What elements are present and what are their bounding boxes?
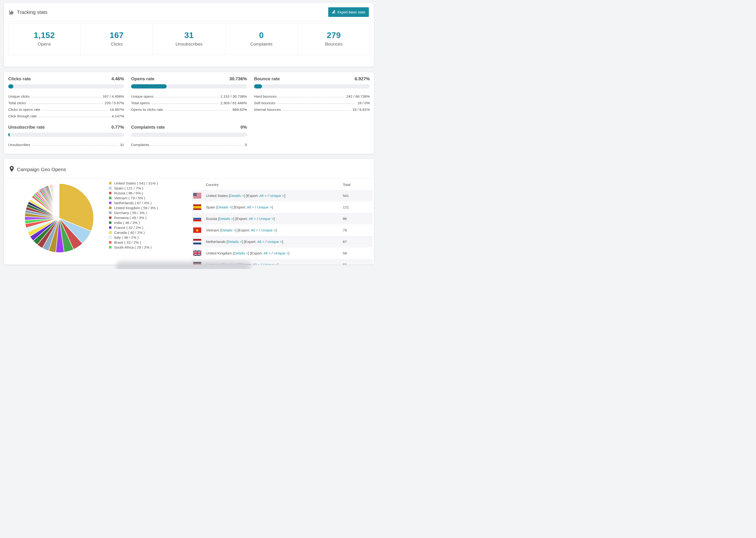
stat-box-unsubscribes: 31Unsubscribes	[153, 24, 225, 55]
rate-detail-value: 167 / 4.456%	[103, 94, 124, 99]
details-link[interactable]: Details >	[230, 194, 244, 198]
geo-country-cell: Vietnam [Details >] [Export: All > / Uni…	[206, 228, 343, 232]
export-all-link[interactable]: All >	[253, 263, 260, 265]
dotted-leader	[38, 117, 110, 117]
stat-label: Unsubscribes	[153, 41, 225, 47]
map-pin-icon	[10, 166, 14, 173]
legend-swatch	[109, 221, 112, 224]
legend-swatch	[109, 201, 112, 204]
geo-total-cell: 67	[343, 240, 373, 244]
rate-value: 4.46%	[111, 76, 124, 81]
legend-item-vietnam: Vietnam ( 79 / 5% )	[109, 195, 158, 200]
export-unique-link[interactable]: Unique >	[259, 217, 274, 221]
rate-detail-row: Unique opens1,152 / 30.736%	[131, 92, 247, 99]
rate-detail-row: Hard bounces242 / 86.738%	[254, 92, 370, 99]
export-unique-link[interactable]: Unique >	[274, 251, 288, 255]
details-link[interactable]: Details >	[221, 228, 236, 232]
legend-item-united-states: United States ( 541 / 31% )	[109, 181, 158, 186]
legend-swatch	[109, 206, 112, 209]
bracket-text: ] [Export:	[242, 240, 257, 243]
geo-header-country: Country	[206, 183, 343, 187]
rate-name: Complaints rate	[131, 125, 165, 130]
pie-slice-other-50[interactable]	[59, 184, 59, 218]
export-all-link[interactable]: All >	[251, 228, 258, 232]
bracket-text: ]	[288, 251, 289, 255]
page-title: Tracking stats	[17, 9, 47, 15]
rate-value: 0%	[241, 125, 247, 130]
legend-item-spain: Spain ( 121 / 7% )	[109, 186, 158, 190]
dotted-leader	[283, 110, 351, 111]
geo-opens-card: Campaign Geo Opens United States ( 541 /…	[4, 159, 374, 265]
rate-detail-label: Clicks to opens rate	[8, 108, 40, 112]
export-unique-link[interactable]: Unique >	[257, 205, 272, 209]
dotted-leader	[28, 103, 103, 104]
export-all-link[interactable]: All >	[247, 205, 254, 209]
details-link[interactable]: Details >	[234, 251, 248, 255]
geo-country-cell: Russia [Details >] [Export: All > / Uniq…	[206, 217, 343, 221]
progress-bar-track	[8, 84, 124, 88]
rate-name: Bounce rate	[254, 76, 280, 81]
country-name: Russia [	[206, 217, 219, 221]
geo-country-cell: United Kingdom [Details >] [Export: All …	[206, 251, 343, 255]
export-unique-link[interactable]: Unique >	[261, 228, 276, 232]
slash-text: /	[256, 217, 259, 221]
progress-bar-track	[131, 84, 247, 88]
export-all-link[interactable]: All >	[263, 251, 271, 255]
geo-header-total: Total	[343, 183, 373, 187]
country-name: United Kingdom [	[206, 251, 234, 255]
rate-detail-label: Unique opens	[131, 94, 153, 99]
export-unique-link[interactable]: Unique >	[267, 240, 282, 243]
legend-item-brazil: Brazil ( 33 / 2% )	[109, 240, 158, 245]
rate-header: Opens rate30.736%	[131, 76, 247, 81]
rate-detail-value: 18 / 0%	[357, 101, 370, 105]
geo-opens-pie-chart	[23, 182, 95, 254]
rate-header: Clicks rate4.46%	[8, 76, 124, 81]
rate-header: Unsubscribe rate0.77%	[8, 125, 124, 130]
legend-swatch	[109, 187, 112, 190]
details-link[interactable]: Details >	[217, 205, 232, 209]
bracket-text: ]	[284, 194, 285, 198]
rate-detail-rows: Unique clicks167 / 4.456%Total clicks220…	[8, 92, 124, 118]
bracket-text: ] [Export:	[236, 228, 251, 232]
rate-detail-value: 14.497%	[110, 108, 124, 112]
geo-total-cell: 79	[343, 228, 373, 232]
geo-country-cell: Netherlands [Details >] [Export: All > /…	[206, 240, 343, 244]
dotted-leader	[277, 103, 355, 104]
geo-opens-legend: United States ( 541 / 31% )Spain ( 121 /…	[109, 181, 158, 250]
geo-total-cell: 86	[343, 217, 373, 221]
export-all-link[interactable]: All >	[257, 240, 264, 243]
geo-table-row-nl: Netherlands [Details >] [Export: All > /…	[191, 236, 373, 247]
legend-label: South Africa ( 29 / 2% )	[114, 245, 151, 249]
rate-detail-label: Click through rate	[8, 114, 37, 118]
export-basic-stats-button[interactable]: Export basic stats	[328, 7, 369, 17]
rate-detail-label: Unique clicks	[8, 94, 29, 99]
rate-detail-row: Unsubscribes31	[8, 140, 124, 147]
export-all-link[interactable]: All >	[259, 194, 267, 198]
rate-name: Clicks rate	[8, 76, 31, 81]
export-all-link[interactable]: All >	[249, 217, 256, 221]
rate-detail-label: Unsubscribes	[8, 143, 30, 147]
rate-detail-rows: Unique opens1,152 / 30.736%Total opens2,…	[131, 92, 247, 112]
horizontal-scrollbar-thumb[interactable]	[116, 261, 251, 269]
bracket-text: ] [Export:	[244, 194, 259, 198]
rate-detail-value: 220 / 5.87%	[105, 101, 124, 105]
stat-value: 1,152	[8, 30, 80, 40]
export-unique-link[interactable]: Unique >	[270, 194, 284, 198]
rate-detail-label: Internal bounces	[254, 108, 281, 112]
export-unique-link[interactable]: Unique >	[263, 263, 277, 265]
bracket-text: ]	[278, 263, 279, 265]
rate-detail-row: Total opens2,303 / 61.446%	[131, 99, 247, 105]
rate-block-clicks-rate: Clicks rate4.46%Unique clicks167 / 4.456…	[8, 76, 124, 118]
geo-country-cell: Spain [Details >] [Export: All > / Uniqu…	[206, 205, 343, 209]
details-link[interactable]: Details >	[228, 240, 242, 243]
legend-label: Russia ( 86 / 5% )	[114, 191, 143, 195]
stat-label: Bounces	[298, 41, 370, 47]
legend-label: United States ( 541 / 31% )	[114, 181, 158, 186]
details-link[interactable]: Details >	[219, 217, 233, 221]
rate-detail-value: 242 / 86.738%	[346, 94, 370, 99]
legend-item-romania: Romania ( 49 / 3% )	[109, 215, 158, 220]
tracking-stats-header: Tracking stats Export basic stats	[4, 3, 374, 22]
legend-label: Canada ( 40 / 2% )	[114, 231, 145, 235]
slash-text: /	[260, 263, 263, 265]
legend-label: Spain ( 121 / 7% )	[114, 186, 143, 190]
